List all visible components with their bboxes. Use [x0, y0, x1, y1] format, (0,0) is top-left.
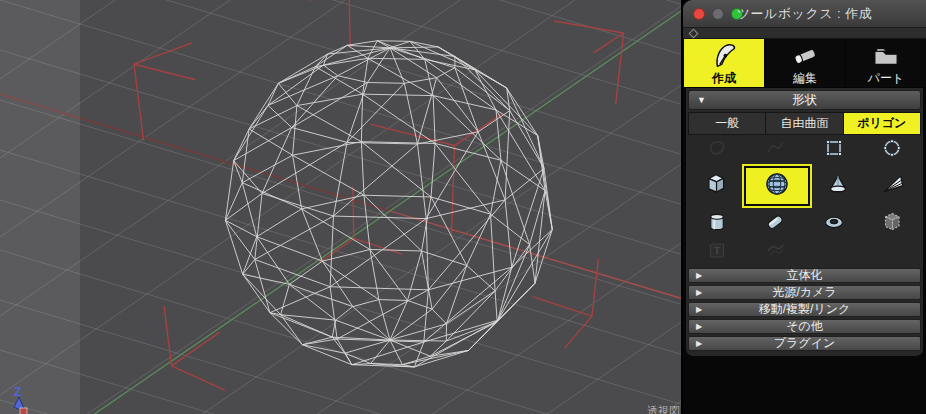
rectangle-icon [822, 136, 846, 164]
tab-edit-label: 編集 [793, 71, 817, 85]
tool-row-4: T [688, 239, 921, 265]
torus-icon [822, 210, 846, 238]
section-light-camera-label: 光源/カメラ [772, 284, 836, 301]
tab-create[interactable]: 作成 [684, 39, 764, 87]
capsule-icon [763, 210, 787, 238]
subtab-polygon[interactable]: ポリゴン [844, 113, 920, 134]
titlebar[interactable]: ツールボックス : 作成 [683, 0, 926, 28]
section-other-label: その他 [786, 318, 823, 335]
palette-content: ▼ 形状 一般 自由曲面 ポリゴン [686, 88, 923, 356]
dashed-cube-icon [880, 210, 904, 238]
tool-sphere-button[interactable] [744, 166, 810, 206]
circle-icon [880, 136, 904, 164]
section-other[interactable]: ▶ その他 [688, 319, 921, 334]
section-plugins-label: プラグイン [774, 335, 835, 352]
sphere-icon [763, 170, 791, 202]
section-move-copy-link-label: 移動/複製/リンク [759, 301, 851, 318]
cone-icon [825, 171, 851, 201]
fan-icon [880, 171, 906, 201]
tool-torus-button[interactable] [805, 210, 863, 238]
subtab-freeform[interactable]: 自由曲面 [766, 113, 842, 134]
section-move-copy-link[interactable]: ▶ 移動/複製/リンク [688, 302, 921, 317]
tab-part[interactable]: パート [846, 39, 926, 87]
eraser-icon [790, 41, 820, 71]
window-title: ツールボックス : 作成 [683, 5, 926, 23]
tab-create-label: 作成 [712, 71, 736, 85]
expand-arrow-icon: ▶ [696, 272, 702, 280]
gizmo-z-label: Z [14, 385, 21, 399]
section-plugins[interactable]: ▶ プラグイン [688, 336, 921, 351]
viewport-left-strip [0, 0, 80, 414]
section-solidify-label: 立体化 [787, 267, 823, 284]
section-solidify[interactable]: ▶ 立体化 [688, 268, 921, 283]
curve-lines-icon [763, 238, 787, 266]
shape-section-header[interactable]: ▼ 形状 [688, 90, 921, 110]
subtab-general[interactable]: 一般 [689, 113, 765, 134]
tool-cylinder-button[interactable] [688, 210, 746, 238]
toolbox-palette: ツールボックス : 作成 作成 編集 パート [683, 0, 926, 414]
svg-text:T: T [714, 245, 721, 256]
tab-part-label: パート [868, 71, 905, 85]
selected-tool-highlight [744, 166, 810, 206]
expand-arrow-icon: ▶ [696, 323, 702, 331]
tool-rectangle-button[interactable] [805, 136, 863, 164]
shape-header-label: 形状 [792, 92, 817, 109]
tool-curve-lines-button[interactable] [746, 238, 804, 266]
collapse-arrow-icon: ▼ [697, 95, 706, 105]
tool-row-1 [688, 137, 921, 163]
main-tabs: 作成 編集 パート [683, 39, 926, 88]
tool-circle-button[interactable] [863, 136, 921, 164]
cylinder-icon [705, 210, 729, 238]
diamond-icon[interactable] [689, 28, 699, 38]
viewport-3d[interactable]: Z透視図 [0, 0, 681, 414]
tab-edit[interactable]: 編集 [765, 39, 845, 87]
section-light-camera[interactable]: ▶ 光源/カメラ [688, 285, 921, 300]
collapsed-sections: ▶ 立体化 ▶ 光源/カメラ ▶ 移動/複製/リンク ▶ その他 ▶ プラグ [688, 268, 921, 351]
tool-cone-button[interactable] [810, 171, 866, 201]
tool-row-3 [688, 209, 921, 239]
tool-text-object-button[interactable]: T [688, 238, 746, 266]
tool-capsule-button[interactable] [746, 210, 804, 238]
expand-arrow-icon: ▶ [696, 289, 702, 297]
open-line-icon [763, 136, 787, 164]
expand-arrow-icon: ▶ [696, 306, 702, 314]
tool-cube-button[interactable] [688, 171, 744, 201]
tool-fan-button[interactable] [865, 171, 921, 201]
expand-arrow-icon: ▶ [696, 340, 702, 348]
palette-substrip [683, 28, 926, 39]
view-label: 透視図 [647, 405, 680, 414]
cube-icon [703, 171, 729, 201]
tool-open-line-button[interactable] [746, 136, 804, 164]
folder-icon [871, 41, 901, 71]
tool-row-2 [688, 163, 921, 209]
shape-subtabs: 一般 自由曲面 ポリゴン [688, 112, 921, 135]
application-window: Z透視図 ツールボックス : 作成 作成 [0, 0, 926, 414]
tool-dashed-cube-button[interactable] [863, 210, 921, 238]
gizmo-origin-marker [20, 408, 27, 414]
text-object-icon: T [705, 238, 729, 266]
pen-icon [709, 41, 739, 71]
tool-closed-line-button[interactable] [688, 136, 746, 164]
closed-line-icon [705, 136, 729, 164]
